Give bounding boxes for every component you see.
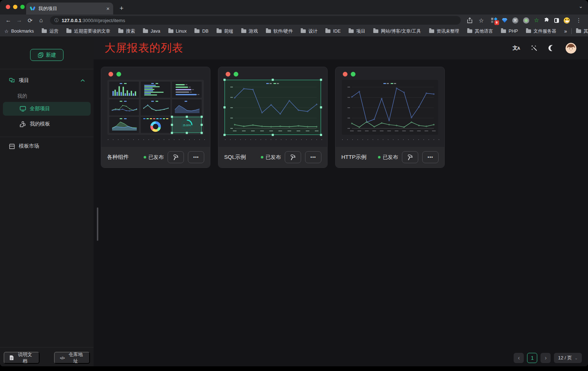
- extension-record-icon[interactable]: [523, 17, 529, 24]
- address-bar[interactable]: ⓘ 127.0.0.1:3000/#/project/items: [50, 16, 461, 25]
- language-icon[interactable]: 文A: [513, 45, 520, 51]
- url-host: 127.0.0.1: [62, 18, 81, 23]
- extensions-puzzle-icon[interactable]: [544, 17, 550, 23]
- url-path: :3000/#/project/items: [81, 18, 125, 23]
- extension-squares-icon[interactable]: 9: [491, 17, 497, 24]
- bookmark-folder[interactable]: 设计: [301, 28, 317, 34]
- home-icon[interactable]: ⌂: [36, 16, 46, 25]
- new-project-label: 新建: [46, 52, 56, 58]
- folder-icon: [349, 29, 354, 33]
- dotted-divider: [105, 139, 206, 140]
- share-icon[interactable]: [465, 16, 474, 25]
- avatar[interactable]: [566, 43, 576, 54]
- extensions-row: 9 ⌘ ☆ ⋮: [488, 17, 584, 24]
- more-button[interactable]: •••: [188, 151, 204, 163]
- bookmark-folder-label: PHP: [509, 29, 518, 34]
- bookmark-star-icon[interactable]: ☆: [477, 16, 486, 25]
- magic-wand-icon[interactable]: [531, 45, 538, 51]
- current-page-button[interactable]: 1: [527, 353, 537, 363]
- browser-toolbar: ← → ⟳ ⌂ ⓘ 127.0.0.1:3000/#/project/items…: [0, 15, 588, 26]
- pagination: ‹ 1 › 12 / 页 ⌄: [514, 353, 582, 363]
- bookmark-folder[interactable]: PHP: [501, 28, 518, 34]
- extension-star-icon[interactable]: ☆: [534, 17, 539, 23]
- bookmark-folder[interactable]: IDE: [325, 28, 341, 34]
- bookmark-folder[interactable]: 游戏: [241, 28, 258, 34]
- folder-icon: [118, 29, 123, 33]
- bookmark-folder-label: IDE: [333, 29, 341, 34]
- status-label: 已发布: [148, 154, 164, 161]
- extension-panel-icon[interactable]: [554, 18, 559, 23]
- bookmark-folder[interactable]: 资讯未整理: [429, 28, 460, 34]
- tab-strip: 我的项目 × + ⌄: [0, 0, 588, 15]
- chevron-up-icon[interactable]: [81, 79, 85, 82]
- bookmark-folder[interactable]: 前端: [217, 28, 233, 34]
- sidebar-footer: 说明文档 </> 仓库地址: [0, 347, 94, 366]
- docs-button[interactable]: 说明文档: [4, 352, 40, 364]
- folder-icon: [429, 29, 434, 33]
- next-page-button[interactable]: ›: [540, 353, 551, 363]
- minimize-window-button[interactable]: [13, 5, 17, 9]
- sidebar-item-template-market[interactable]: 模板市场: [0, 139, 94, 153]
- bookmarks-manager[interactable]: ☆ Bookmarks: [4, 29, 34, 34]
- status-badge: 已发布: [378, 154, 398, 161]
- extension-gem-icon[interactable]: [502, 18, 507, 23]
- bookmark-folder[interactable]: 近期需要读的文章: [66, 28, 110, 34]
- bookmark-folder[interactable]: 搜索: [118, 28, 135, 34]
- tab-close-icon[interactable]: ×: [106, 6, 110, 11]
- project-card[interactable]: HTTP示例已发布•••: [335, 67, 445, 168]
- bookmark-folder[interactable]: 软件/硬件: [266, 28, 293, 34]
- new-project-button[interactable]: 新建: [30, 49, 63, 61]
- extension-command-icon[interactable]: ⌘: [512, 17, 518, 24]
- green-dot: [116, 72, 121, 77]
- more-button[interactable]: •••: [422, 151, 439, 163]
- dark-mode-moon-icon[interactable]: [548, 45, 555, 51]
- site-info-icon[interactable]: ⓘ: [54, 17, 59, 24]
- edit-button[interactable]: [168, 151, 184, 163]
- bookmark-folder-label: 文件服务器: [534, 28, 556, 34]
- other-bookmarks-folder[interactable]: 其他书签: [576, 28, 588, 34]
- prev-page-button[interactable]: ‹: [514, 353, 524, 363]
- new-tab-button[interactable]: +: [117, 4, 126, 13]
- dotted-divider: [339, 139, 441, 140]
- sidebar-section-projects[interactable]: 项目: [0, 74, 94, 87]
- repo-button[interactable]: </> 仓库地址: [54, 352, 90, 364]
- folder-icon: [576, 29, 581, 33]
- app-header: 大屏报表的列表 文A: [94, 37, 588, 59]
- edit-button[interactable]: [285, 151, 301, 163]
- reload-icon[interactable]: ⟳: [25, 16, 35, 25]
- cards-row: 25.00%各种组件已发布•••SQL示例已发布•••HTTP示例已发布•••: [101, 67, 588, 168]
- extension-smiley-icon[interactable]: [564, 17, 570, 24]
- folder-icon: [373, 29, 378, 33]
- close-window-button[interactable]: [6, 5, 10, 9]
- bookmark-folder[interactable]: 项目: [349, 28, 365, 34]
- folder-icon: [217, 29, 222, 33]
- browser-menu-icon[interactable]: ⋮: [575, 17, 583, 24]
- edit-button[interactable]: [402, 151, 418, 163]
- more-button[interactable]: •••: [305, 151, 321, 163]
- mini-chart-area: [109, 117, 139, 133]
- bookmark-folder[interactable]: 文件服务器: [526, 28, 556, 34]
- bookmarks-overflow-icon[interactable]: »: [564, 28, 567, 34]
- page-size-select[interactable]: 12 / 页 ⌄: [554, 353, 582, 363]
- scrollbar-thumb[interactable]: [97, 207, 98, 241]
- tab-search-chevron-icon[interactable]: ⌄: [579, 3, 583, 9]
- bookmarks-separator: [571, 28, 572, 34]
- forward-icon[interactable]: →: [15, 16, 24, 25]
- bookmark-folder[interactable]: DB: [194, 28, 208, 34]
- bookmark-folder-label: 项目: [356, 28, 365, 34]
- back-icon[interactable]: ←: [4, 16, 13, 25]
- sidebar-item-all-projects[interactable]: 全部项目: [3, 102, 91, 116]
- project-card[interactable]: 25.00%各种组件已发布•••: [101, 67, 210, 168]
- bookmark-folder[interactable]: 网站/博客/文章/工具: [373, 28, 421, 34]
- traffic-lights: [6, 5, 25, 9]
- bookmark-folder[interactable]: Linux: [168, 28, 187, 34]
- folder-icon: [42, 29, 47, 33]
- bookmark-folder[interactable]: Java: [143, 28, 160, 34]
- browser-tab[interactable]: 我的项目 ×: [26, 3, 113, 15]
- bookmark-folder[interactable]: 其他语言: [467, 28, 493, 34]
- sidebar-item-my-templates[interactable]: 我的模板: [3, 117, 91, 131]
- maximize-window-button[interactable]: [20, 5, 25, 9]
- bookmark-folder[interactable]: 运营: [42, 28, 58, 34]
- project-card[interactable]: SQL示例已发布•••: [218, 67, 328, 168]
- status-dot: [144, 156, 146, 158]
